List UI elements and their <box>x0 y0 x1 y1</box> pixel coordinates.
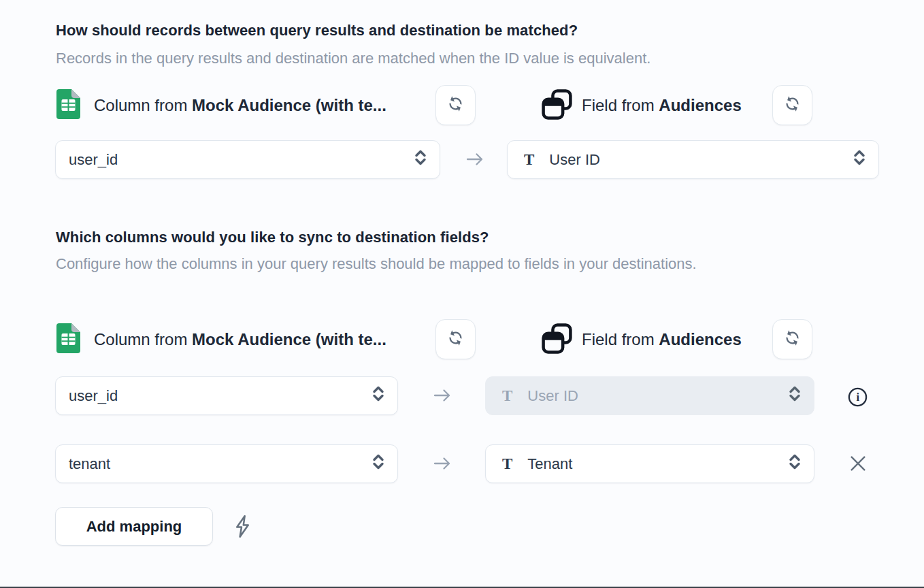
refresh-source-columns-button[interactable] <box>435 85 476 125</box>
matching-source-select[interactable]: user_id <box>55 140 440 179</box>
sync-arrows-icon <box>783 329 802 350</box>
updown-chevrons-icon <box>372 384 385 408</box>
audiences-window-icon <box>542 89 572 122</box>
matching-dest-label: Field from Audiences <box>582 96 742 115</box>
lightning-bolt-icon[interactable] <box>233 515 252 538</box>
right-arrow-icon <box>465 150 485 171</box>
matching-source-value: user_id <box>69 151 118 169</box>
mapping-row-source-select[interactable]: tenant <box>55 444 398 483</box>
mapping-row-dest-value: Tenant <box>527 455 572 473</box>
matching-source-label: Column from Mock Audience (with te... <box>94 96 386 115</box>
mapping-row-dest-value: User ID <box>527 387 578 405</box>
mapping-dest-header: Field from Audiences <box>542 320 742 359</box>
info-circle-icon[interactable]: i <box>847 387 868 408</box>
add-mapping-button[interactable]: Add mapping <box>55 507 213 546</box>
mapping-subtitle: Configure how the columns in your query … <box>56 250 716 278</box>
text-type-glyph: T <box>502 455 512 473</box>
mapping-row-dest-select[interactable]: T Tenant <box>485 444 814 483</box>
refresh-dest-fields-button[interactable] <box>772 319 812 359</box>
updown-chevrons-icon <box>788 452 802 476</box>
updown-chevrons-icon <box>414 148 427 172</box>
updown-chevrons-icon <box>372 452 385 476</box>
mapping-row-dest-select-disabled: T User ID <box>485 376 814 415</box>
x-close-icon[interactable] <box>848 453 868 474</box>
audiences-window-icon <box>542 323 572 357</box>
google-sheets-icon <box>56 89 80 122</box>
mapping-dest-label: Field from Audiences <box>582 330 742 349</box>
updown-chevrons-icon <box>788 384 802 408</box>
sync-arrows-icon <box>446 329 465 350</box>
matching-dest-select[interactable]: T User ID <box>507 140 879 179</box>
sync-mapping-panel: How should records between query results… <box>0 0 924 588</box>
mapping-row-source-value: user_id <box>69 387 118 405</box>
text-type-glyph: T <box>524 151 534 169</box>
refresh-dest-fields-button[interactable] <box>772 85 812 125</box>
mapping-source-header: Column from Mock Audience (with te... <box>56 320 386 359</box>
mapping-source-label: Column from Mock Audience (with te... <box>94 330 386 349</box>
google-sheets-icon <box>56 323 80 356</box>
matching-source-header: Column from Mock Audience (with te... <box>56 86 386 125</box>
mapping-row-source-select[interactable]: user_id <box>55 376 398 415</box>
matching-title: How should records between query results… <box>56 22 578 39</box>
updown-chevrons-icon <box>853 148 866 172</box>
matching-subtitle: Records in the query results and destina… <box>56 45 650 72</box>
right-arrow-icon <box>432 455 452 475</box>
sync-arrows-icon <box>783 95 802 116</box>
svg-text:i: i <box>857 391 860 404</box>
sync-arrows-icon <box>446 95 465 116</box>
refresh-source-columns-button[interactable] <box>435 319 476 359</box>
right-arrow-icon <box>432 387 452 407</box>
mapping-row-source-value: tenant <box>69 455 110 473</box>
matching-dest-header: Field from Audiences <box>542 86 742 125</box>
mapping-title: Which columns would you like to sync to … <box>56 229 489 246</box>
matching-dest-value: User ID <box>549 151 600 169</box>
text-type-glyph: T <box>502 387 512 405</box>
